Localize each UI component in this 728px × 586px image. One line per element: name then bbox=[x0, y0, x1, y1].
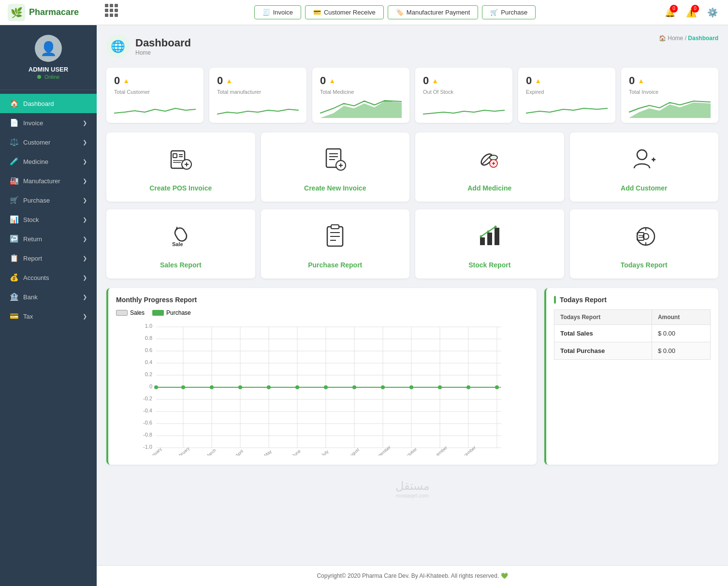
sidebar-item-return[interactable]: ↩️ Return ❯ bbox=[0, 229, 97, 249]
svg-point-91 bbox=[352, 385, 356, 389]
invoice-btn[interactable]: 🧾 Invoice bbox=[254, 5, 301, 19]
chevron-icon: ❯ bbox=[83, 120, 87, 126]
app-logo: 🌿 Pharmacare bbox=[8, 4, 104, 21]
svg-point-92 bbox=[381, 385, 385, 389]
warning-notification-btn[interactable]: ⚠️ 0 bbox=[684, 5, 699, 20]
medicine-nav-icon: 🧪 bbox=[10, 157, 18, 166]
manufacturer-payment-icon: 🏷️ bbox=[396, 9, 404, 16]
stat-card-stock: 0 ▲ Out Of Stock bbox=[415, 68, 512, 123]
monthly-chart-card: Monthly Progress Report Sales Purchase 1… bbox=[106, 288, 537, 465]
svg-point-85 bbox=[181, 385, 185, 389]
user-name: ADMIN USER bbox=[29, 66, 68, 73]
quick-actions-row2: Sale Sales Report Purchase Report bbox=[106, 209, 718, 278]
sidebar-item-manufacturer[interactable]: 🏭 Manufacturer ❯ bbox=[0, 171, 97, 190]
return-nav-icon: ↩️ bbox=[10, 234, 18, 243]
stock-report-icon bbox=[476, 223, 503, 254]
top-nav-actions: 🔔 0 ⚠️ 0 ⚙️ bbox=[662, 5, 720, 20]
stat-label-medicine: Total Medicine bbox=[320, 89, 402, 95]
sidebar-item-invoice[interactable]: 📄 Invoice ❯ bbox=[0, 113, 97, 132]
legend-sales-label: Sales bbox=[130, 309, 145, 316]
svg-text:1.0: 1.0 bbox=[145, 323, 152, 329]
todays-report-label: Todays Report bbox=[621, 261, 668, 269]
chart-area: 1.0 0.8 0.6 0.4 0.2 0 -0.2 -0.4 -0.6 -0.… bbox=[116, 320, 529, 457]
sparkline-invoice bbox=[629, 99, 711, 118]
sidebar-item-report[interactable]: 📋 Report ❯ bbox=[0, 249, 97, 268]
todays-report-card[interactable]: Todays Report bbox=[570, 209, 719, 278]
create-pos-invoice-card[interactable]: Create POS Invoice bbox=[106, 132, 255, 202]
stat-card-expired: 0 ▲ Expired bbox=[518, 68, 615, 123]
footer-text: Copyright© 2020 Pharma Care Dev. By Al-K… bbox=[317, 572, 499, 579]
sparkline-manufacturer bbox=[217, 99, 299, 118]
page-header: 🌐 Dashboard Home 🏠 Home / Dashboard bbox=[106, 35, 718, 58]
sidebar-item-label: Report bbox=[23, 255, 42, 262]
grid-icon[interactable] bbox=[104, 4, 122, 21]
manufacturer-nav-icon: 🏭 bbox=[10, 176, 18, 185]
svg-rect-35 bbox=[331, 225, 339, 229]
sidebar-item-medicine[interactable]: 🧪 Medicine ❯ bbox=[0, 152, 97, 171]
bell-notification-btn[interactable]: 🔔 0 bbox=[662, 5, 678, 20]
purchase-nav-icon: 🛒 bbox=[10, 196, 18, 205]
stat-label-expired: Expired bbox=[526, 89, 608, 95]
stat-card-invoice: 0 ▲ Total Invoice bbox=[621, 68, 718, 123]
stat-value-stock: 0 bbox=[423, 74, 429, 87]
create-new-invoice-card[interactable]: Create New Invoice bbox=[261, 132, 410, 202]
dashboard-page-icon: 🌐 bbox=[106, 35, 130, 58]
stat-label-customer: Total Customer bbox=[114, 89, 196, 95]
svg-rect-27 bbox=[173, 226, 188, 243]
svg-point-93 bbox=[409, 385, 413, 389]
sales-report-label: Sales Report bbox=[160, 261, 202, 269]
svg-marker-1 bbox=[629, 103, 711, 118]
svg-rect-37 bbox=[487, 233, 492, 245]
manufacturer-payment-btn[interactable]: 🏷️ Manufacturer Payment bbox=[388, 5, 479, 19]
svg-point-87 bbox=[238, 385, 242, 389]
customer-receive-btn[interactable]: 💳 Customer Receive bbox=[305, 5, 384, 19]
breadcrumb-current: Dashboard bbox=[688, 35, 718, 42]
total-purchase-label: Total Purchase bbox=[554, 342, 652, 360]
stock-nav-icon: 📊 bbox=[10, 215, 18, 224]
svg-text:-1.0: -1.0 bbox=[143, 444, 152, 450]
avatar: 👤 bbox=[35, 35, 62, 62]
sidebar-item-label: Accounts bbox=[23, 274, 49, 281]
add-customer-card[interactable]: Add Customer bbox=[570, 132, 719, 202]
chevron-icon: ❯ bbox=[83, 178, 87, 184]
svg-rect-36 bbox=[480, 237, 485, 245]
chevron-icon: ❯ bbox=[83, 294, 87, 300]
sidebar-item-stock[interactable]: 📊 Stock ❯ bbox=[0, 210, 97, 229]
todays-report-title: Todays Report bbox=[554, 296, 711, 304]
sidebar-item-bank[interactable]: 🏦 Bank ❯ bbox=[0, 287, 97, 307]
gear-icon: ⚙️ bbox=[707, 7, 718, 18]
svg-text:0: 0 bbox=[149, 383, 152, 389]
stat-value-invoice: 0 bbox=[629, 74, 635, 87]
monthly-chart-svg: 1.0 0.8 0.6 0.4 0.2 0 -0.2 -0.4 -0.6 -0.… bbox=[116, 320, 529, 455]
purchase-report-card[interactable]: Purchase Report bbox=[261, 209, 410, 278]
sidebar-item-label: Purchase bbox=[23, 197, 50, 204]
sidebar-item-purchase[interactable]: 🛒 Purchase ❯ bbox=[0, 190, 97, 210]
svg-point-86 bbox=[210, 385, 214, 389]
svg-point-40 bbox=[487, 231, 489, 233]
sidebar-item-tax[interactable]: 💳 Tax ❯ bbox=[0, 307, 97, 326]
sidebar-item-customer[interactable]: ⚖️ Customer ❯ bbox=[0, 132, 97, 152]
sales-report-card[interactable]: Sale Sales Report bbox=[106, 209, 255, 278]
sidebar-item-accounts[interactable]: 💰 Accounts ❯ bbox=[0, 268, 97, 287]
report-col2-header: Amount bbox=[652, 310, 710, 325]
settings-btn[interactable]: ⚙️ bbox=[705, 5, 720, 20]
warning-badge: 0 bbox=[691, 5, 699, 13]
svg-text:July: July bbox=[320, 449, 330, 455]
breadcrumb-home-link[interactable]: Home bbox=[668, 35, 683, 42]
top-nav-buttons: 🧾 Invoice 💳 Customer Receive 🏷️ Manufact… bbox=[128, 5, 662, 19]
purchase-btn[interactable]: 🛒 Purchase bbox=[482, 5, 536, 19]
table-row: Total Purchase $ 0.00 bbox=[554, 342, 711, 360]
svg-point-39 bbox=[480, 235, 482, 238]
sidebar-item-label: Medicine bbox=[23, 158, 48, 165]
app-body: 👤 ADMIN USER Online 🏠 Dashboard 📄 Invoic… bbox=[0, 25, 728, 565]
sidebar-item-dashboard[interactable]: 🏠 Dashboard bbox=[0, 94, 97, 113]
stock-report-card[interactable]: Stock Report bbox=[415, 209, 564, 278]
main-content: 🌐 Dashboard Home 🏠 Home / Dashboard 0 ▲ bbox=[97, 25, 728, 565]
svg-text:March: March bbox=[204, 448, 217, 455]
page-title: Dashboard bbox=[135, 37, 191, 49]
svg-point-88 bbox=[267, 385, 271, 389]
breadcrumb: 🏠 Home / Dashboard bbox=[659, 35, 718, 42]
add-medicine-card[interactable]: Add Medicine bbox=[415, 132, 564, 202]
svg-text:0.8: 0.8 bbox=[145, 335, 152, 341]
svg-point-94 bbox=[438, 385, 442, 389]
